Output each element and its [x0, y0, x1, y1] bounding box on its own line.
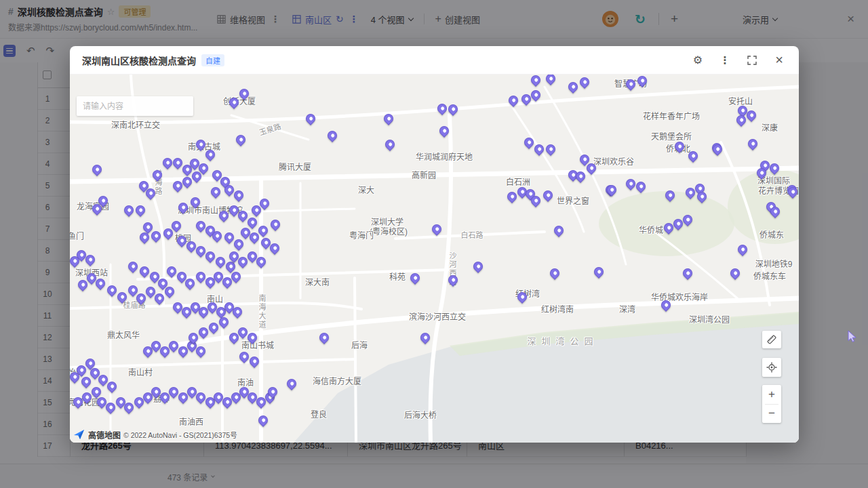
map-label: 白石洲	[506, 176, 530, 187]
zoom-controls: + −	[762, 385, 781, 423]
copyright-text: © 2022 AutoNavi - GS(2021)6375号	[123, 430, 237, 440]
map-pin[interactable]	[728, 266, 742, 280]
map-label: 鼎太风华	[107, 329, 140, 340]
map-pin[interactable]	[624, 177, 637, 190]
map-pin[interactable]	[532, 142, 546, 156]
close-modal-icon[interactable]: ×	[772, 53, 787, 68]
map-pin[interactable]	[529, 75, 542, 87]
map-pin[interactable]	[552, 224, 566, 237]
map-search-box	[77, 96, 193, 116]
map-label: 深湾	[619, 303, 635, 314]
map-pin[interactable]	[548, 266, 561, 280]
map-label: 南油西	[179, 415, 203, 427]
map-pin[interactable]	[746, 137, 760, 150]
map-pin[interactable]	[383, 138, 397, 151]
map-pin[interactable]	[269, 218, 282, 231]
map-label: 南山村	[128, 366, 153, 378]
map-label: 侨城东车	[753, 270, 786, 281]
fullscreen-expand-icon[interactable]	[745, 53, 760, 68]
amap-logo-icon	[73, 428, 85, 441]
map-pin[interactable]	[544, 75, 557, 85]
map-pin[interactable]	[544, 142, 557, 156]
map-label: 华侨城欢乐海岸	[651, 291, 708, 302]
map-pin[interactable]	[566, 80, 580, 94]
map-pin[interactable]	[245, 216, 259, 229]
map-pin[interactable]	[605, 183, 618, 197]
map-label: 科苑	[389, 270, 406, 282]
map-pin[interactable]	[681, 266, 694, 280]
map-pin[interactable]	[437, 124, 451, 138]
map-pin[interactable]	[430, 222, 443, 236]
map-pin[interactable]	[122, 203, 136, 217]
map-label: 腾讯大厦	[279, 161, 311, 172]
map-label: 南油	[237, 376, 254, 388]
map-label: 深圳湾公园	[527, 334, 598, 347]
map-attribution: 高德地图 © 2022 AutoNavi - GS(2021)6375号	[73, 428, 237, 441]
settings-gear-icon[interactable]: ⚙	[690, 53, 705, 68]
map-label: 华润城润府天地	[416, 150, 473, 162]
map-search-input[interactable]	[83, 102, 188, 111]
measure-tool-button[interactable]	[762, 331, 781, 348]
map-label: 深大	[358, 184, 374, 195]
map-label: 白石路	[461, 229, 484, 240]
map-pin[interactable]	[446, 102, 460, 116]
mouse-cursor	[848, 330, 857, 343]
map-pin[interactable]	[256, 413, 270, 427]
app-root: # 深圳核酸检测点查询 ☆ 可管理 数据来源https://szwj.boryc…	[0, 0, 868, 488]
map-label: 鲤鱼门	[70, 230, 84, 241]
map-pin[interactable]	[663, 188, 677, 202]
map-label: 南山书城	[241, 339, 274, 350]
amap-canvas[interactable]: 深南北环立交创新大厦玉泉路南头古城前海路腾讯大厦华润城润府天地高新园深大白石洲世…	[70, 75, 799, 443]
map-pin[interactable]	[317, 331, 331, 344]
map-pin[interactable]	[578, 75, 591, 89]
map-pin[interactable]	[507, 94, 520, 107]
map-label: 后海	[351, 339, 368, 350]
map-label: 南海大道	[256, 294, 267, 329]
map-pin[interactable]	[541, 188, 555, 202]
map-label: 侨城东	[760, 228, 784, 240]
map-label: 深圳湾公园	[689, 313, 730, 325]
map-pin[interactable]	[634, 180, 648, 193]
self-built-badge: 自建	[201, 54, 224, 66]
map-label: 登良	[311, 408, 327, 420]
geolocate-button[interactable]	[762, 358, 781, 377]
map-label: (粤海校区)	[370, 225, 408, 237]
map-pin[interactable]	[149, 229, 163, 243]
map-pin[interactable]	[435, 102, 449, 115]
map-label: 世界之窗	[557, 195, 589, 206]
map-pin[interactable]	[234, 133, 248, 146]
map-pin[interactable]	[138, 230, 151, 244]
more-options-icon[interactable]: ⋮	[717, 53, 732, 68]
map-pin[interactable]	[382, 112, 395, 125]
map-pin[interactable]	[90, 163, 104, 176]
map-label: 创新大厦	[223, 95, 256, 106]
zoom-out-button[interactable]: −	[762, 405, 781, 424]
map-pin[interactable]	[126, 260, 140, 273]
map-pin[interactable]	[471, 260, 485, 273]
map-pin[interactable]	[209, 185, 222, 199]
map-label: 花样年香年广场	[643, 110, 700, 121]
map-pin[interactable]	[408, 271, 422, 285]
modal-header: 深圳南山区核酸检测点查询 自建 ⚙ ⋮ ×	[70, 46, 799, 75]
map-label: 华侨城	[639, 224, 663, 235]
map-pin[interactable]	[105, 283, 119, 297]
map-pin[interactable]	[232, 237, 245, 251]
amap-logo-text: 高德地图	[88, 429, 121, 441]
map-label: 安托山	[728, 95, 753, 106]
map-label: 粤海门	[349, 229, 374, 241]
map-label: 红树湾南	[541, 303, 574, 314]
map-pin[interactable]	[304, 112, 317, 125]
map-pin[interactable]	[217, 315, 231, 329]
map-pin[interactable]	[592, 265, 606, 279]
map-pin[interactable]	[326, 129, 339, 142]
map-pin[interactable]	[248, 354, 261, 368]
map-pin[interactable]	[134, 203, 147, 217]
map-label: 后海大桥	[404, 409, 437, 420]
zoom-in-button[interactable]: +	[762, 385, 781, 404]
map-label: 深圳欢乐谷	[593, 155, 634, 167]
map-pin[interactable]	[285, 377, 298, 390]
map-label: 深圳地铁9	[755, 258, 793, 269]
map-pin[interactable]	[736, 243, 749, 256]
map-pin[interactable]	[418, 331, 432, 344]
map-pin[interactable]	[522, 136, 536, 149]
